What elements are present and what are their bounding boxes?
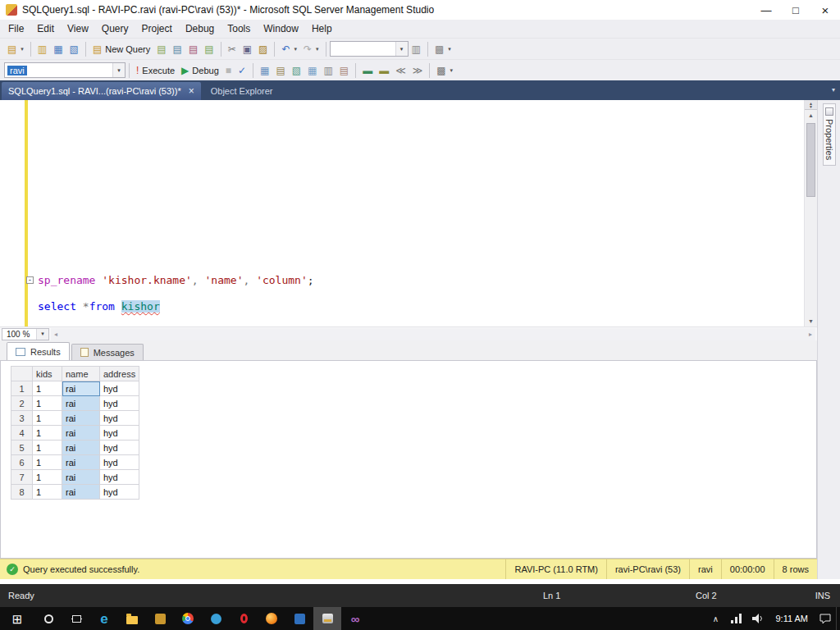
grid-corner-cell[interactable]	[11, 367, 33, 381]
cell-address[interactable]: hyd	[100, 426, 139, 441]
uncomment-button[interactable]: ▬	[376, 64, 392, 77]
cell-name[interactable]: rai	[62, 411, 100, 426]
edge-browser-icon[interactable]: e	[90, 607, 118, 630]
find-combo-dropdown-icon[interactable]: ▾	[395, 42, 408, 56]
cell-address[interactable]: hyd	[100, 441, 139, 455]
cell-name[interactable]: rai	[62, 381, 100, 396]
app-circle-icon[interactable]	[202, 607, 230, 630]
mdx-query-button[interactable]: ▤	[185, 43, 201, 56]
results-to-file-button[interactable]: ▤	[336, 64, 352, 77]
increase-indent-button[interactable]: ≫	[409, 64, 427, 77]
query-options-button[interactable]: ▤	[272, 64, 288, 77]
new-query-dropdown-button[interactable]: ▤▾	[4, 43, 27, 56]
scroll-down-icon[interactable]: ▼	[805, 316, 817, 326]
cell-name[interactable]: rai	[62, 396, 100, 411]
execute-button[interactable]: !Execute	[133, 64, 178, 77]
scroll-left-icon[interactable]: ◂	[54, 331, 57, 338]
taskbar-clock[interactable]: 9:11 AM	[769, 614, 815, 623]
menu-file[interactable]: File	[2, 21, 30, 36]
tab-messages[interactable]: Messages	[71, 344, 144, 360]
xmla-query-button[interactable]: ▤	[201, 43, 217, 56]
cell-address[interactable]: hyd	[100, 396, 139, 411]
redo-button[interactable]: ↷▾	[300, 43, 322, 56]
cell-address[interactable]: hyd	[100, 455, 139, 470]
menu-view[interactable]: View	[61, 21, 95, 36]
row-header-6[interactable]: 6	[11, 455, 33, 470]
menu-project[interactable]: Project	[135, 21, 179, 36]
menu-help[interactable]: Help	[305, 21, 339, 36]
ssms-taskbar-icon[interactable]	[313, 607, 341, 630]
find-button[interactable]: ▥	[409, 43, 424, 56]
open-file-button[interactable]: ▥	[34, 43, 50, 56]
tray-expand-icon[interactable]: ∧	[705, 607, 726, 630]
app-square-icon[interactable]	[285, 607, 313, 630]
database-combo[interactable]: ravi▾	[4, 62, 126, 78]
column-header-name[interactable]: name	[62, 367, 100, 381]
redo-button-dropdown-icon[interactable]: ▾	[316, 46, 319, 52]
file-explorer-icon[interactable]	[118, 607, 146, 630]
new-query-button[interactable]: ▤New Query	[89, 43, 153, 56]
intellisense-button[interactable]: ▧	[289, 64, 304, 77]
scroll-right-icon[interactable]: ▸	[809, 331, 812, 338]
results-to-text-button[interactable]: ▥	[320, 64, 336, 77]
cell-kids[interactable]: 1	[33, 426, 62, 441]
code-line[interactable]: select *from kishor	[38, 300, 804, 313]
cell-kids[interactable]: 1	[33, 381, 62, 396]
zoom-combo[interactable]: 100 % ▾	[2, 328, 49, 340]
activity-monitor-button[interactable]: ▩▾	[431, 43, 454, 56]
network-icon[interactable]	[726, 607, 747, 630]
code-line[interactable]	[38, 287, 804, 300]
cell-kids[interactable]: 1	[33, 411, 62, 426]
volume-icon[interactable]	[747, 607, 769, 630]
find-combo[interactable]: ▾	[330, 41, 409, 57]
search-button[interactable]	[34, 607, 62, 630]
editor-horizontal-scrollbar[interactable]: ◂ ▸	[51, 328, 815, 340]
database-engine-query-button[interactable]: ▤	[153, 43, 169, 56]
tab-object-explorer[interactable]: Object Explorer	[201, 82, 283, 100]
cell-name[interactable]: rai	[62, 485, 100, 500]
action-center-icon[interactable]	[815, 607, 836, 630]
close-button[interactable]: ×	[810, 0, 840, 20]
new-query-dropdown-button-dropdown-icon[interactable]: ▾	[21, 46, 24, 52]
cell-name[interactable]: rai	[62, 426, 100, 441]
tab-sqlquery1[interactable]: SQLQuery1.sql - RAVI...(ravi-PC\ravi (53…	[2, 82, 201, 100]
tab-overflow-dropdown-icon[interactable]: ▾	[832, 86, 835, 94]
copy-button[interactable]: ▣	[240, 43, 255, 56]
store-app-icon[interactable]	[146, 607, 174, 630]
sort-button-dropdown-icon[interactable]: ▾	[450, 67, 454, 74]
tab-close-icon[interactable]: ×	[189, 85, 194, 97]
query-editor[interactable]: -sp_rename 'kishor.kname', 'name', 'colu…	[0, 100, 804, 326]
menu-window[interactable]: Window	[257, 21, 305, 36]
cell-kids[interactable]: 1	[33, 441, 62, 455]
row-header-3[interactable]: 3	[11, 411, 33, 426]
task-view-button[interactable]	[62, 607, 90, 630]
cell-name[interactable]: rai	[62, 455, 100, 470]
results-to-grid-button[interactable]: ▦	[304, 64, 320, 77]
collapse-toggle-icon[interactable]: -	[26, 276, 34, 284]
undo-button[interactable]: ↶▾	[278, 43, 300, 56]
opera-browser-icon[interactable]	[230, 607, 258, 630]
cell-kids[interactable]: 1	[33, 470, 62, 485]
editor-vertical-scrollbar[interactable]: ▲▼ ▲ ▼	[804, 100, 817, 326]
row-header-7[interactable]: 7	[11, 470, 33, 485]
scrollbar-thumb[interactable]	[806, 123, 815, 197]
cell-kids[interactable]: 1	[33, 485, 62, 500]
estimated-plan-button[interactable]: ▦	[257, 64, 272, 77]
column-header-address[interactable]: address	[100, 367, 139, 381]
paste-button[interactable]: ▨	[255, 43, 271, 56]
zoom-dropdown-icon[interactable]: ▾	[36, 329, 48, 340]
decrease-indent-button[interactable]: ≪	[392, 64, 409, 77]
cell-address[interactable]: hyd	[100, 411, 139, 426]
parse-button[interactable]: ✓	[235, 64, 249, 77]
code-area[interactable]: -sp_rename 'kishor.kname', 'name', 'colu…	[38, 100, 804, 326]
row-header-1[interactable]: 1	[11, 381, 33, 396]
show-desktop-button[interactable]	[836, 607, 840, 630]
menu-tools[interactable]: Tools	[221, 21, 257, 36]
splitter-handle[interactable]: ▲▼	[805, 100, 817, 110]
row-header-5[interactable]: 5	[11, 441, 33, 455]
column-header-kids[interactable]: kids	[33, 367, 62, 381]
debug-button[interactable]: ▶Debug	[178, 64, 222, 77]
save-all-button[interactable]: ▧	[66, 43, 82, 56]
cell-kids[interactable]: 1	[33, 396, 62, 411]
row-header-4[interactable]: 4	[11, 426, 33, 441]
